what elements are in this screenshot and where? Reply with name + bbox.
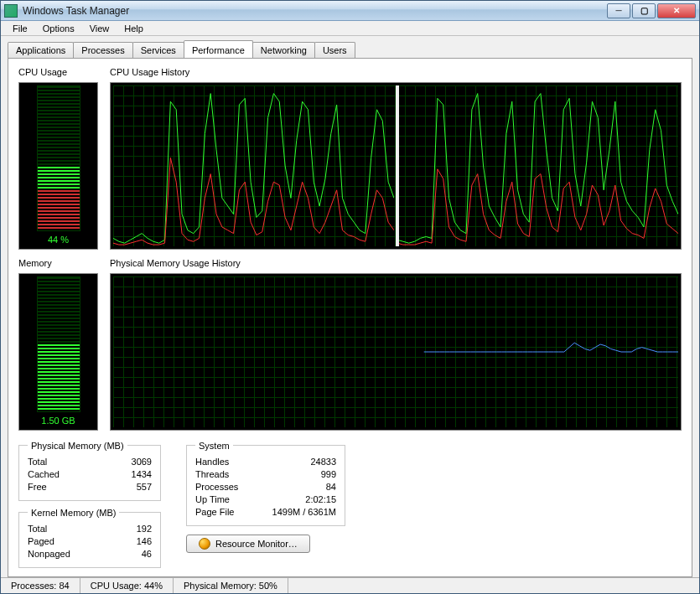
memory-fill bbox=[38, 344, 80, 411]
cpu-gauge-text: 44 % bbox=[22, 231, 95, 246]
statusbar: Processes: 84 CPU Usage: 44% Physical Me… bbox=[1, 577, 699, 593]
cpu-gauge-section: CPU Usage 44 % bbox=[18, 67, 98, 250]
cpu-history-section: CPU Usage History bbox=[110, 67, 682, 250]
km-paged: 146 bbox=[137, 535, 152, 548]
cpu-usage-label: CPU Usage bbox=[18, 67, 98, 77]
maximize-button[interactable]: ▢ bbox=[632, 3, 656, 18]
sys-pagefile: 1499M / 6361M bbox=[272, 506, 336, 519]
tab-applications[interactable]: Applications bbox=[8, 42, 74, 58]
status-processes: Processes: 84 bbox=[1, 578, 80, 593]
physical-memory-group: Physical Memory (MB) Total3069 Cached143… bbox=[18, 441, 161, 501]
tab-strip: Applications Processes Services Performa… bbox=[8, 39, 692, 58]
sys-handles: 24833 bbox=[310, 456, 336, 468]
task-manager-window: Windows Task Manager ─ ▢ ✕ File Options … bbox=[0, 0, 700, 594]
cpu-history-chart bbox=[110, 82, 682, 250]
resource-monitor-button[interactable]: Resource Monitor… bbox=[186, 535, 310, 553]
memory-history-section: Physical Memory Usage History bbox=[110, 258, 682, 431]
kernel-memory-group: Kernel Memory (MB) Total192 Paged146 Non… bbox=[18, 508, 161, 568]
app-icon bbox=[4, 4, 18, 18]
memory-gauge-section: Memory 1.50 GB bbox=[18, 258, 98, 431]
cpu-user-fill bbox=[38, 167, 80, 190]
menu-view[interactable]: View bbox=[83, 22, 117, 35]
sys-threads: 999 bbox=[321, 468, 336, 481]
menu-options[interactable]: Options bbox=[36, 22, 81, 35]
status-cpu: CPU Usage: 44% bbox=[80, 578, 174, 593]
sys-processes: 84 bbox=[326, 481, 336, 493]
memory-label: Memory bbox=[18, 258, 98, 268]
window-controls: ─ ▢ ✕ bbox=[607, 3, 696, 18]
stats-row: Physical Memory (MB) Total3069 Cached143… bbox=[18, 441, 682, 568]
memory-history-label: Physical Memory Usage History bbox=[110, 258, 682, 268]
tab-users[interactable]: Users bbox=[314, 42, 355, 58]
tab-services[interactable]: Services bbox=[132, 42, 184, 58]
pm-total: 3069 bbox=[132, 456, 152, 468]
tab-processes[interactable]: Processes bbox=[73, 42, 132, 58]
system-title: System bbox=[195, 441, 233, 451]
client-area: Applications Processes Services Performa… bbox=[1, 36, 699, 577]
titlebar[interactable]: Windows Task Manager ─ ▢ ✕ bbox=[1, 1, 699, 21]
tab-networking[interactable]: Networking bbox=[252, 42, 315, 58]
kernel-memory-title: Kernel Memory (MB) bbox=[28, 508, 119, 518]
cpu-kernel-fill bbox=[38, 190, 80, 230]
pm-free: 557 bbox=[137, 481, 152, 493]
memory-gauge-text: 1.50 GB bbox=[22, 412, 95, 427]
menubar: File Options View Help bbox=[1, 21, 699, 35]
status-memory: Physical Memory: 50% bbox=[174, 578, 288, 593]
menu-file[interactable]: File bbox=[6, 22, 34, 35]
memory-history-chart bbox=[110, 273, 682, 431]
chart-divider bbox=[396, 85, 399, 246]
minimize-button[interactable]: ─ bbox=[607, 3, 630, 18]
menu-help[interactable]: Help bbox=[117, 22, 150, 35]
performance-panel: CPU Usage 44 % CPU Usage History bbox=[8, 58, 692, 577]
pm-cached: 1434 bbox=[132, 468, 152, 481]
sys-uptime: 2:02:15 bbox=[305, 493, 336, 506]
resource-monitor-icon bbox=[199, 538, 210, 550]
km-nonpaged: 46 bbox=[142, 548, 152, 560]
cpu-gauge: 44 % bbox=[18, 82, 98, 250]
cpu-history-label: CPU Usage History bbox=[110, 67, 682, 77]
tab-performance[interactable]: Performance bbox=[184, 40, 253, 58]
physical-memory-title: Physical Memory (MB) bbox=[28, 441, 127, 451]
system-group: System Handles24833 Threads999 Processes… bbox=[186, 441, 345, 526]
window-title: Windows Task Manager bbox=[23, 5, 607, 17]
close-button[interactable]: ✕ bbox=[657, 3, 696, 18]
memory-gauge: 1.50 GB bbox=[18, 273, 98, 431]
km-total: 192 bbox=[137, 523, 152, 535]
